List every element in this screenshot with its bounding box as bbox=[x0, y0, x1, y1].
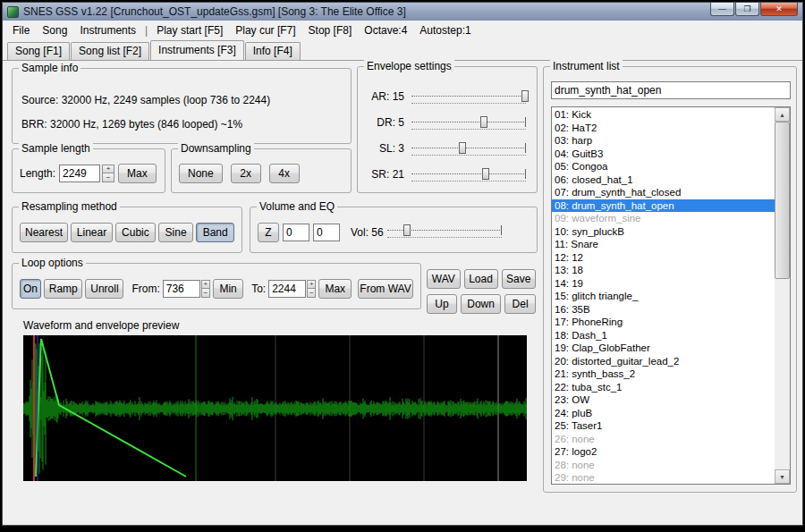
resample-linear-button[interactable]: Linear bbox=[71, 223, 113, 242]
envelope-slider-sr-thumb[interactable] bbox=[482, 168, 489, 180]
loop-unroll-button[interactable]: Unroll bbox=[85, 279, 123, 299]
instrument-list-item[interactable]: 01: Kick bbox=[552, 108, 775, 122]
instrument-list-item[interactable]: 27: logo2 bbox=[552, 445, 775, 459]
instrument-list-item[interactable]: 20: distorted_guitar_lead_2 bbox=[552, 355, 775, 368]
envelope-slider-sr[interactable] bbox=[411, 166, 526, 182]
downsample-none-button[interactable]: None bbox=[179, 164, 223, 183]
loop-to-input[interactable] bbox=[268, 280, 306, 298]
instrument-list-item[interactable]: 21: synth_bass_2 bbox=[552, 367, 775, 381]
instrument-list-group: Instrument list 01: Kick02: HaT203: harp… bbox=[543, 66, 797, 493]
instrument-name-input[interactable] bbox=[551, 81, 791, 99]
slider-track bbox=[411, 148, 526, 148]
tab-instruments-f3[interactable]: Instruments [F3] bbox=[150, 40, 244, 60]
instrument-list-item[interactable]: 26: none bbox=[552, 433, 775, 446]
instrument-list-item[interactable]: 13: 18 bbox=[552, 264, 775, 277]
envelope-row: SR: 21 bbox=[358, 161, 537, 187]
instrument-list-item[interactable]: 03: harp bbox=[552, 134, 775, 148]
instrument-list-item[interactable]: 28: none bbox=[552, 459, 775, 472]
instrument-list-item[interactable]: 15: glitch triangle_ bbox=[552, 290, 775, 303]
menu-item-stop-f8[interactable]: Stop [F8] bbox=[302, 22, 359, 38]
instrument-list-item[interactable]: 04: GuitB3 bbox=[552, 148, 775, 161]
length-max-button[interactable]: Max bbox=[118, 164, 157, 183]
volume-slider-thumb[interactable] bbox=[403, 224, 411, 236]
loop-ramp-button[interactable]: Ramp bbox=[44, 279, 82, 299]
instrument-list-item[interactable]: 17: PhoneRing bbox=[552, 316, 775, 329]
instrument-load-button[interactable]: Load bbox=[464, 269, 498, 289]
loop-to-spin-up-button[interactable]: + bbox=[307, 280, 316, 289]
instrument-list-item[interactable]: 11: Snare bbox=[552, 238, 775, 251]
tab-bar: Song [F1]Song list [F2]Instruments [F3]I… bbox=[7, 41, 301, 60]
menu-item-autostep-1[interactable]: Autostep:1 bbox=[413, 22, 477, 38]
loop-from-wav-button[interactable]: From WAV bbox=[358, 279, 413, 299]
instrument-list-item[interactable]: 08: drum_synth_hat_open bbox=[552, 199, 775, 213]
instrument-list-item[interactable]: 22: tuba_stc_1 bbox=[552, 381, 775, 394]
instrument-list-item[interactable]: 14: 19 bbox=[552, 277, 775, 291]
title-bar[interactable]: SNES GSS v1.22 [Crunchout_OST_updateGss.… bbox=[3, 3, 802, 21]
envelope-slider-sl[interactable] bbox=[411, 140, 526, 156]
eq-z-button[interactable]: Z bbox=[258, 223, 279, 242]
instrument-down-button[interactable]: Down bbox=[461, 294, 501, 314]
instrument-list-item[interactable]: 18: Dash_1 bbox=[552, 329, 775, 342]
instrument-list-item[interactable]: 07: drum_synth_hat_closed bbox=[552, 186, 775, 199]
length-spin-down-button[interactable]: − bbox=[102, 173, 114, 182]
resample-cubic-button[interactable]: Cubic bbox=[115, 223, 156, 242]
eq-field-1[interactable] bbox=[283, 224, 309, 241]
instrument-save-button[interactable]: Save bbox=[502, 269, 536, 289]
instrument-list-item[interactable]: 12: 12 bbox=[552, 251, 775, 265]
instrument-list-scrollbar[interactable]: ▲ ▼ bbox=[775, 107, 790, 484]
loop-to-spin-down-button[interactable]: − bbox=[307, 289, 316, 298]
menu-item-instruments[interactable]: Instruments bbox=[73, 22, 142, 38]
resample-band-button[interactable]: Band bbox=[196, 223, 234, 242]
loop-to-max-button[interactable]: Max bbox=[318, 279, 352, 299]
menu-item-file[interactable]: File bbox=[6, 22, 36, 38]
instrument-list-item[interactable]: 06: closed_hat_1 bbox=[552, 173, 775, 187]
instrument-del-button[interactable]: Del bbox=[504, 294, 536, 314]
length-spin-up-button[interactable]: + bbox=[102, 165, 114, 173]
tab-song-list-f2[interactable]: Song list [F2] bbox=[71, 42, 149, 60]
instrument-up-button[interactable]: Up bbox=[427, 294, 457, 314]
downsample-4x-button[interactable]: 4x bbox=[269, 164, 300, 183]
instrument-wav-button[interactable]: WAV bbox=[427, 269, 461, 289]
tab-info-f4[interactable]: Info [F4] bbox=[245, 42, 301, 60]
envelope-slider-ar[interactable] bbox=[411, 89, 526, 105]
envelope-slider-sl-thumb[interactable] bbox=[459, 142, 466, 154]
close-button[interactable]: ✕ bbox=[760, 3, 798, 16]
loop-options-legend: Loop options bbox=[19, 257, 86, 269]
length-input[interactable] bbox=[59, 165, 100, 182]
instrument-list-item[interactable]: 29: none bbox=[552, 471, 775, 484]
menu-item-play-start-f5[interactable]: Play start [F5] bbox=[150, 22, 229, 38]
instrument-list-item[interactable]: 19: Clap_GlobFather bbox=[552, 342, 775, 355]
instrument-list-item[interactable]: 02: HaT2 bbox=[552, 122, 775, 135]
maximize-button[interactable]: ❐ bbox=[735, 3, 759, 16]
instrument-list-item[interactable]: 24: pluB bbox=[552, 407, 775, 420]
volume-slider[interactable] bbox=[387, 223, 502, 239]
instrument-list-item[interactable]: 25: Taser1 bbox=[552, 419, 775, 433]
tab-song-f1[interactable]: Song [F1] bbox=[7, 42, 70, 60]
loop-from-spin-down-button[interactable]: − bbox=[201, 289, 210, 298]
envelope-slider-dr-thumb[interactable] bbox=[480, 116, 487, 128]
loop-on-button[interactable]: On bbox=[20, 279, 41, 299]
scrollbar-thumb[interactable] bbox=[775, 122, 790, 279]
resample-nearest-button[interactable]: Nearest bbox=[20, 223, 68, 242]
loop-from-spin-up-button[interactable]: + bbox=[201, 280, 210, 289]
loop-from-input[interactable] bbox=[163, 280, 200, 298]
downsample-2x-button[interactable]: 2x bbox=[231, 164, 261, 183]
instrument-list-item[interactable]: 05: Congoa bbox=[552, 160, 775, 173]
scroll-up-icon[interactable]: ▲ bbox=[775, 107, 790, 122]
envelope-slider-dr[interactable] bbox=[411, 114, 526, 131]
minimize-button[interactable]: — bbox=[710, 3, 734, 16]
scroll-down-icon[interactable]: ▼ bbox=[775, 469, 790, 484]
instrument-list-item[interactable]: 10: syn_pluckB bbox=[552, 225, 775, 239]
loop-from-min-button[interactable]: Min bbox=[213, 279, 243, 299]
resample-sine-button[interactable]: Sine bbox=[158, 223, 193, 242]
menu-item-play-cur-f7[interactable]: Play cur [F7] bbox=[229, 22, 301, 38]
envelope-slider-ar-thumb[interactable] bbox=[521, 90, 529, 102]
menu-item-octave-4[interactable]: Octave:4 bbox=[358, 22, 413, 38]
eq-field-2[interactable] bbox=[313, 224, 340, 241]
instrument-list-item[interactable]: 23: OW bbox=[552, 393, 775, 407]
menu-item-song[interactable]: Song bbox=[36, 22, 73, 38]
instrument-list-item[interactable]: 09: waveform_sine bbox=[552, 212, 775, 225]
instrument-list-item[interactable]: 16: 35B bbox=[552, 303, 775, 317]
sample-info-legend: Sample info bbox=[19, 62, 80, 74]
loop-to-spinner: + − bbox=[307, 280, 316, 298]
